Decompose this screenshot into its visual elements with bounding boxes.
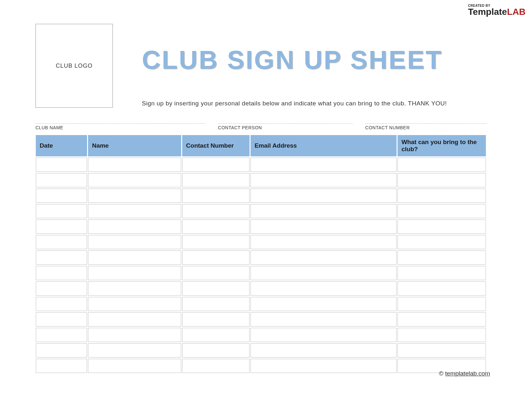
cell-date[interactable] <box>36 173 87 187</box>
cell-date[interactable] <box>36 297 87 311</box>
cell-bring[interactable] <box>398 328 486 342</box>
cell-date[interactable] <box>36 266 87 280</box>
cell-name[interactable] <box>88 250 181 265</box>
cell-name[interactable] <box>88 220 181 234</box>
cell-date[interactable] <box>36 312 87 327</box>
table-row <box>36 158 486 172</box>
club-logo-text: CLUB LOGO <box>56 63 93 69</box>
cell-name[interactable] <box>88 343 181 357</box>
cell-date[interactable] <box>36 281 87 296</box>
brand-logo: CREATED BY TemplateLAB <box>468 4 526 16</box>
cell-date[interactable] <box>36 204 87 218</box>
cell-name[interactable] <box>88 173 181 187</box>
header-contact-number: Contact Number <box>182 135 250 156</box>
cell-email[interactable] <box>251 343 397 357</box>
cell-contact[interactable] <box>182 297 250 311</box>
cell-contact[interactable] <box>182 312 250 327</box>
cell-date[interactable] <box>36 235 87 249</box>
table-row <box>36 189 486 203</box>
contact-number-label: CONTACT NUMBER <box>365 125 487 130</box>
cell-email[interactable] <box>251 281 397 296</box>
table-row <box>36 220 486 234</box>
cell-email[interactable] <box>251 328 397 342</box>
header-name: Name <box>88 135 181 156</box>
cell-bring[interactable] <box>398 281 486 296</box>
cell-date[interactable] <box>36 250 87 265</box>
cell-contact[interactable] <box>182 235 250 249</box>
table-row <box>36 312 486 327</box>
cell-bring[interactable] <box>398 266 486 280</box>
info-fields-row: CLUB NAME CONTACT PERSON CONTACT NUMBER <box>35 120 487 130</box>
cell-email[interactable] <box>251 235 397 249</box>
cell-bring[interactable] <box>398 204 486 218</box>
cell-contact[interactable] <box>182 173 250 187</box>
cell-email[interactable] <box>251 158 397 172</box>
cell-date[interactable] <box>36 328 87 342</box>
cell-email[interactable] <box>251 266 397 280</box>
cell-contact[interactable] <box>182 343 250 357</box>
contact-person-line[interactable] <box>218 120 352 124</box>
club-name-line[interactable] <box>35 120 205 124</box>
contact-person-label: CONTACT PERSON <box>218 125 352 130</box>
cell-email[interactable] <box>251 250 397 265</box>
cell-bring[interactable] <box>398 189 486 203</box>
table-row <box>36 343 486 357</box>
cell-name[interactable] <box>88 281 181 296</box>
cell-name[interactable] <box>88 359 181 373</box>
cell-email[interactable] <box>251 359 397 373</box>
cell-contact[interactable] <box>182 158 250 172</box>
cell-contact[interactable] <box>182 250 250 265</box>
cell-bring[interactable] <box>398 297 486 311</box>
table-row <box>36 359 486 373</box>
cell-bring[interactable] <box>398 343 486 357</box>
table-row <box>36 173 486 187</box>
cell-email[interactable] <box>251 312 397 327</box>
cell-name[interactable] <box>88 297 181 311</box>
cell-name[interactable] <box>88 235 181 249</box>
cell-email[interactable] <box>251 173 397 187</box>
table-row <box>36 204 486 218</box>
page-title: CLUB SIGN UP SHEET <box>142 45 443 75</box>
cell-contact[interactable] <box>182 359 250 373</box>
cell-bring[interactable] <box>398 235 486 249</box>
cell-email[interactable] <box>251 220 397 234</box>
subtitle: Sign up by inserting your personal detai… <box>142 100 447 107</box>
cell-contact[interactable] <box>182 220 250 234</box>
brand-name: TemplateLAB <box>468 7 526 16</box>
table-row <box>36 266 486 280</box>
footer: © templatelab.com <box>439 370 490 377</box>
cell-email[interactable] <box>251 189 397 203</box>
cell-contact[interactable] <box>182 281 250 296</box>
cell-contact[interactable] <box>182 328 250 342</box>
cell-name[interactable] <box>88 158 181 172</box>
cell-bring[interactable] <box>398 220 486 234</box>
cell-date[interactable] <box>36 343 87 357</box>
table-body <box>36 158 486 373</box>
cell-name[interactable] <box>88 266 181 280</box>
cell-name[interactable] <box>88 204 181 218</box>
cell-contact[interactable] <box>182 189 250 203</box>
cell-bring[interactable] <box>398 312 486 327</box>
cell-bring[interactable] <box>398 173 486 187</box>
cell-contact[interactable] <box>182 204 250 218</box>
cell-bring[interactable] <box>398 250 486 265</box>
cell-date[interactable] <box>36 220 87 234</box>
cell-date[interactable] <box>36 359 87 373</box>
cell-name[interactable] <box>88 328 181 342</box>
cell-contact[interactable] <box>182 266 250 280</box>
cell-date[interactable] <box>36 158 87 172</box>
table-row <box>36 281 486 296</box>
brand-name-part1: Template <box>468 7 507 17</box>
cell-email[interactable] <box>251 204 397 218</box>
cell-date[interactable] <box>36 189 87 203</box>
cell-email[interactable] <box>251 297 397 311</box>
club-name-field: CLUB NAME <box>35 120 205 130</box>
cell-name[interactable] <box>88 312 181 327</box>
cell-name[interactable] <box>88 189 181 203</box>
header-date: Date <box>36 135 87 156</box>
footer-link[interactable]: templatelab.com <box>445 370 490 377</box>
signup-table: Date Name Contact Number Email Address W… <box>35 134 487 374</box>
cell-bring[interactable] <box>398 158 486 172</box>
table-row <box>36 250 486 265</box>
contact-number-line[interactable] <box>365 120 487 124</box>
